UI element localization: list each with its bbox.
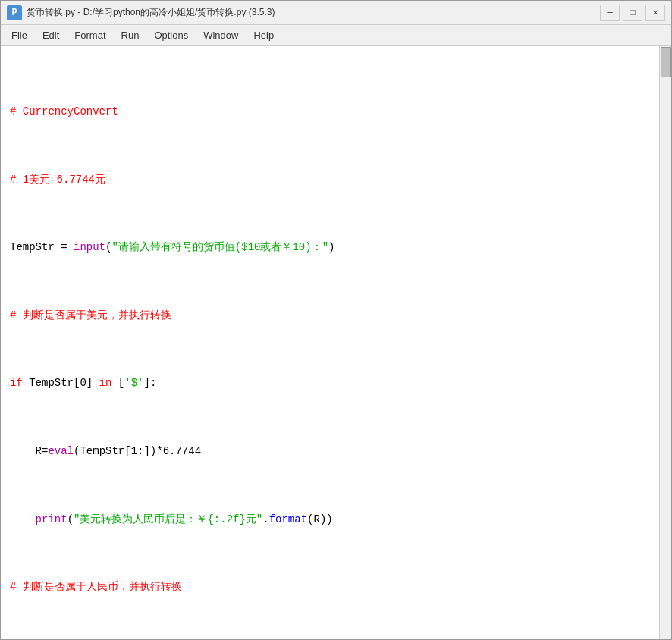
maximize-button[interactable]: □ bbox=[623, 5, 642, 21]
code-line-5: if TempStr[0] in ['$']: bbox=[10, 375, 647, 391]
code-line-4: # 判断是否属于美元，并执行转换 bbox=[10, 307, 647, 324]
menu-file[interactable]: File bbox=[4, 27, 35, 44]
comment-1: # CurrencyConvert bbox=[10, 105, 118, 118]
menu-edit[interactable]: Edit bbox=[35, 27, 67, 44]
menu-format[interactable]: Format bbox=[67, 27, 113, 44]
icon-letter: P bbox=[11, 8, 17, 18]
main-window: P 货币转换.py - D:/学习python的高冷小姐姐/货币转换.py (3… bbox=[0, 0, 672, 640]
minimize-button[interactable]: ─ bbox=[600, 5, 620, 21]
comment-8: # 判断是否属于人民币，并执行转换 bbox=[10, 581, 182, 593]
app-icon: P bbox=[7, 5, 22, 20]
menu-bar: File Edit Format Run Options Window Help bbox=[1, 25, 671, 46]
menu-window[interactable]: Window bbox=[196, 27, 246, 44]
menu-help[interactable]: Help bbox=[246, 27, 281, 44]
code-line-6: R=eval(TempStr[1:])*6.7744 bbox=[10, 443, 647, 460]
comment-2: # 1美元=6.7744元 bbox=[10, 174, 105, 186]
code-line-8: # 判断是否属于人民币，并执行转换 bbox=[10, 579, 647, 595]
scrollbar-track[interactable] bbox=[659, 46, 671, 639]
code-line-3: TempStr = input("请输入带有符号的货币值($10或者￥10)："… bbox=[10, 239, 647, 256]
menu-run[interactable]: Run bbox=[114, 27, 147, 44]
code-line-2: # 1美元=6.7744元 bbox=[10, 171, 647, 188]
comment-4: # 判断是否属于美元，并执行转换 bbox=[10, 309, 171, 322]
scrollbar-thumb[interactable] bbox=[661, 47, 671, 77]
editor-area[interactable]: # CurrencyConvert # 1美元=6.7744元 TempStr … bbox=[1, 46, 671, 639]
code-line-7: print("美元转换为人民币后是：￥{:.2f}元".format(R)) bbox=[10, 511, 647, 528]
menu-options[interactable]: Options bbox=[146, 27, 196, 44]
title-bar: P 货币转换.py - D:/学习python的高冷小姐姐/货币转换.py (3… bbox=[1, 1, 671, 25]
close-button[interactable]: ✕ bbox=[645, 5, 665, 21]
code-editor[interactable]: # CurrencyConvert # 1美元=6.7744元 TempStr … bbox=[10, 52, 662, 639]
window-controls: ─ □ ✕ bbox=[600, 5, 665, 21]
code-line-1: # CurrencyConvert bbox=[10, 103, 647, 120]
window-title: 货币转换.py - D:/学习python的高冷小姐姐/货币转换.py (3.5… bbox=[27, 6, 600, 19]
